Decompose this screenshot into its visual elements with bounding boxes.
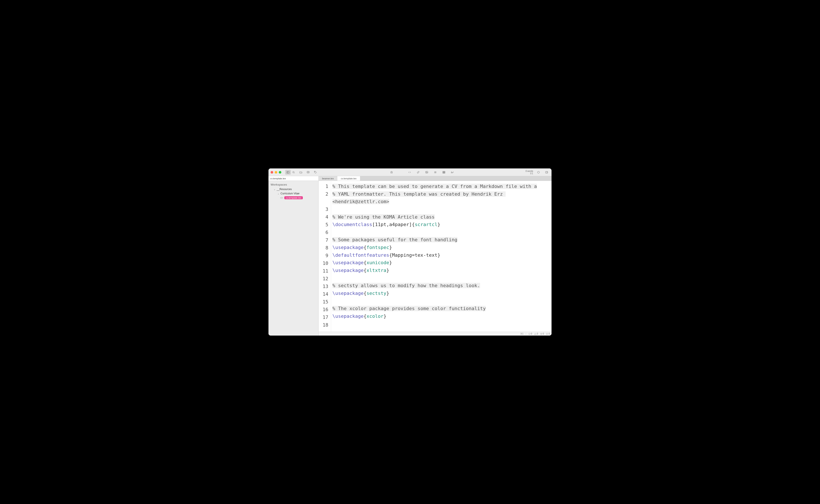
code-line[interactable]: % This template can be used to generate … [332, 183, 549, 190]
line-number: 15 [319, 298, 329, 306]
code-line[interactable] [332, 205, 549, 213]
code-file-icon: </> [280, 197, 283, 199]
file-tree: ⌄__Resources⌄Curriculum Vitae</>cv.templ… [268, 187, 318, 200]
line-number: 16 [319, 306, 329, 314]
code-line[interactable] [332, 274, 549, 282]
app-window: fn1 0 words 3:1 cv.template.tex Workspac… [268, 168, 552, 336]
code-line[interactable]: \documentclass[11pt,a4paper]{scrartcl} [332, 221, 549, 228]
svg-line-3 [294, 173, 295, 173]
line-number: 2 [319, 190, 329, 205]
folder-item[interactable]: ⌄__Resources [270, 187, 317, 191]
insert-code-button[interactable] [407, 170, 413, 175]
code-line[interactable]: \usepackage{sectsty} [332, 290, 549, 297]
readability-toggle[interactable] [536, 170, 541, 175]
sidebar-right-toggle[interactable] [544, 170, 549, 175]
svg-point-6 [315, 171, 315, 172]
toolbar-right: 0 words 3:1 [526, 170, 549, 175]
line-number: 3 [319, 205, 329, 213]
status-ok[interactable]: 0 [546, 333, 550, 335]
tab[interactable]: beamer.tex [319, 176, 337, 181]
breadcrumb[interactable]: cv.template.tex [268, 176, 318, 181]
code-line[interactable] [332, 320, 549, 328]
file-tree-toggle[interactable] [285, 170, 291, 175]
search-button[interactable] [291, 170, 296, 175]
line-number: 9 [319, 252, 329, 260]
file-item[interactable]: </>cv.template.tex [270, 196, 317, 200]
tag-button[interactable] [313, 170, 318, 175]
code-line[interactable]: % sectsty allows us to modify how the he… [332, 282, 549, 290]
close-icon[interactable] [271, 171, 273, 174]
code-line[interactable]: % The xcolor package provides some color… [332, 305, 549, 312]
svg-point-2 [293, 171, 294, 173]
stats-button[interactable] [305, 170, 311, 175]
svg-rect-4 [307, 171, 309, 173]
code-line[interactable]: \defaultfontfeatures{Mapping=tex-text} [332, 251, 549, 259]
line-number: 5 [319, 221, 329, 229]
line-number: 12 [319, 275, 329, 283]
svg-rect-0 [287, 171, 289, 173]
line-number: 10 [319, 260, 329, 267]
folder-item[interactable]: ⌄Curriculum Vitae [270, 191, 317, 196]
workspaces-heading: Workspaces [268, 181, 318, 187]
pomodoro-button[interactable] [389, 170, 394, 175]
editor-pane: beamer.texcv.template.tex 12345678910111… [319, 176, 552, 336]
line-number: 17 [319, 314, 329, 321]
toolbar-center: fn1 [389, 170, 455, 175]
line-number: 6 [319, 229, 329, 236]
code-line[interactable]: \usepackage{xcolor} [332, 312, 549, 320]
code-line[interactable]: % We're using the KOMA Article class [332, 213, 549, 221]
line-number: 7 [319, 236, 329, 244]
main-body: cv.template.tex Workspaces ⌄__Resources⌄… [268, 176, 552, 336]
file-label: cv.template.tex [284, 196, 302, 199]
svg-rect-13 [443, 171, 445, 173]
svg-rect-19 [546, 171, 548, 173]
status-warning[interactable]: 0 [534, 333, 538, 335]
tab[interactable]: cv.template.tex [337, 176, 360, 181]
code-line[interactable]: \usepackage{xunicode} [332, 259, 549, 267]
folder-label: Curriculum Vitae [280, 192, 299, 195]
insert-footnote-button[interactable]: fn1 [450, 170, 455, 175]
code-line[interactable]: \usepackage{xltxtra} [332, 267, 549, 274]
status-error[interactable]: 0 [540, 333, 544, 335]
line-number: 4 [319, 213, 329, 221]
word-count: 0 words 3:1 [526, 170, 533, 175]
line-number: 18 [319, 321, 329, 329]
chevron-down-icon[interactable]: ⌄ [274, 188, 276, 191]
code-line[interactable]: \usepackage{fontspec} [332, 244, 549, 251]
svg-marker-7 [390, 171, 392, 173]
open-folder-button[interactable] [298, 170, 304, 175]
insert-task-button[interactable] [433, 170, 438, 175]
line-number: 8 [319, 244, 329, 252]
svg-point-27 [546, 333, 548, 335]
insert-image-button[interactable] [424, 170, 430, 175]
code-line[interactable] [332, 228, 549, 236]
tab-bar: beamer.texcv.template.tex [319, 176, 552, 181]
code-line[interactable] [332, 297, 549, 305]
folder-label: __Resources [277, 188, 292, 191]
code-editor[interactable]: 123456789101112131415161718 % This templ… [319, 181, 552, 332]
svg-point-5 [308, 172, 308, 173]
insert-link-button[interactable] [416, 170, 421, 175]
insert-table-button[interactable] [441, 170, 447, 175]
line-number: 13 [319, 283, 329, 290]
line-gutter: 123456789101112131415161718 [319, 181, 331, 332]
toolbar: fn1 0 words 3:1 [268, 168, 552, 176]
svg-point-18 [537, 171, 539, 173]
minimize-icon[interactable] [275, 171, 277, 174]
sidebar: cv.template.tex Workspaces ⌄__Resources⌄… [268, 176, 319, 336]
view-toggle-group [285, 170, 296, 175]
code-line[interactable]: % YAML frontmatter. This template was cr… [332, 190, 549, 205]
code-content[interactable]: % This template can be used to generate … [331, 181, 552, 332]
status-info[interactable]: 0 [528, 333, 532, 335]
code-line[interactable]: % Some packages useful for the font hand… [332, 236, 549, 244]
window-controls [271, 171, 281, 174]
chevron-down-icon[interactable]: ⌄ [277, 192, 280, 195]
maximize-icon[interactable] [279, 171, 281, 174]
line-number: 1 [319, 183, 329, 190]
cursor-position: 3:1 [521, 333, 524, 335]
status-bar: 3:1 | 0 0 0 0 [319, 332, 552, 336]
svg-point-9 [426, 172, 427, 172]
line-number: 11 [319, 267, 329, 275]
line-number: 14 [319, 290, 329, 298]
